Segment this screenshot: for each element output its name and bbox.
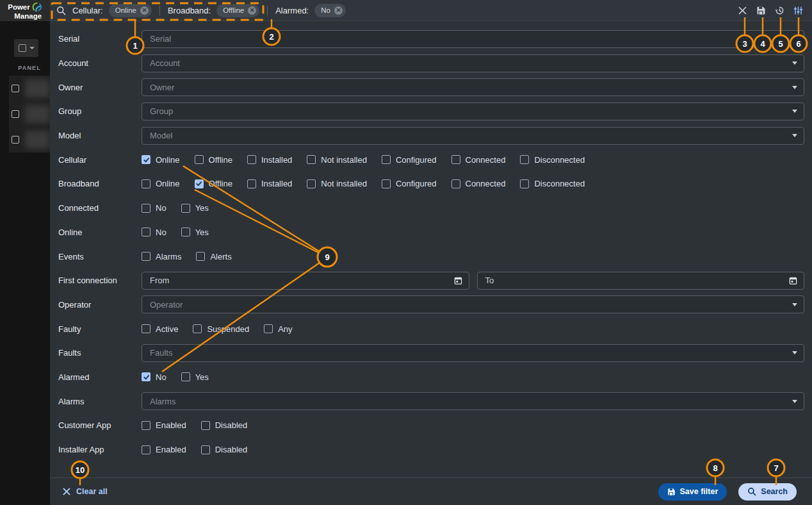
cellular-checkbox-offline[interactable]: Offline [195, 155, 232, 165]
broadband-checkbox-installed[interactable]: Installed [247, 179, 292, 188]
cellular-checkbox-online[interactable]: Online [142, 155, 180, 165]
panel-list-item[interactable] [9, 127, 50, 153]
cellular-checkbox-installed[interactable]: Installed [247, 155, 292, 165]
broadband-checkbox-configured[interactable]: Configured [382, 179, 437, 188]
faulty-checkbox-suspended[interactable]: Suspended [193, 324, 249, 334]
cellular-checkbox-configured[interactable]: Configured [382, 155, 437, 165]
checkbox-unchecked-icon[interactable] [247, 155, 256, 164]
broadband-checkbox-online[interactable]: Online [142, 179, 180, 188]
broadband-checkbox-disconnected[interactable]: Disconnected [520, 179, 585, 188]
history-icon[interactable] [775, 6, 784, 15]
tune-filter-icon[interactable] [793, 6, 803, 15]
select-all-panels-control[interactable] [14, 39, 38, 57]
checkbox-unchecked-icon[interactable] [520, 179, 529, 188]
model-select[interactable]: Model [142, 127, 804, 145]
checkbox-unchecked-icon[interactable] [142, 252, 150, 261]
alarmed-checkbox-no[interactable]: No [142, 372, 166, 382]
checkbox-unchecked-icon[interactable] [520, 155, 529, 164]
customer-app-checkbox-enabled[interactable]: Enabled [142, 420, 186, 430]
checkbox-unchecked-icon[interactable] [196, 252, 205, 261]
alarmed-checkbox-yes[interactable]: Yes [181, 372, 209, 382]
filter-row-account: AccountAccount [50, 51, 812, 76]
checkbox-unchecked-icon[interactable] [247, 179, 256, 188]
connected-checkbox-no[interactable]: No [142, 203, 166, 213]
group-select[interactable]: Group [142, 103, 804, 120]
installer-app-checkbox-enabled[interactable]: Enabled [142, 445, 186, 454]
close-icon[interactable] [738, 6, 747, 15]
panel-list-item[interactable] [9, 101, 50, 127]
checkbox-unchecked-icon[interactable] [142, 445, 150, 454]
checkbox-checked-icon[interactable] [142, 155, 150, 164]
operator-select[interactable]: Operator [142, 295, 804, 313]
checkbox-unchecked-icon[interactable] [142, 324, 150, 333]
checkbox-unchecked-icon[interactable] [451, 179, 460, 188]
checkbox-unchecked-icon[interactable] [181, 372, 190, 381]
faulty-checkbox-active[interactable]: Active [142, 324, 178, 334]
events-checkbox-alarms[interactable]: Alarms [142, 252, 181, 261]
checkbox-unchecked-icon[interactable] [307, 155, 316, 164]
checkbox-unchecked-icon[interactable] [193, 324, 202, 333]
installer-app-checkbox-disabled[interactable]: Disabled [201, 445, 248, 454]
save-filter-button[interactable]: Save filter [658, 483, 727, 501]
broadband-checkbox-offline[interactable]: Offline [195, 179, 232, 188]
select-all-checkbox[interactable] [19, 44, 26, 52]
checkbox-unchecked-icon[interactable] [142, 421, 150, 430]
broadband-checkbox-connected[interactable]: Connected [451, 179, 506, 188]
panel-row-checkbox[interactable] [12, 85, 19, 92]
checkbox-unchecked-icon[interactable] [142, 204, 150, 213]
field-label-alarms: Alarms [50, 397, 142, 406]
checkbox-unchecked-icon[interactable] [201, 445, 210, 454]
online-checkbox-no[interactable]: No [142, 228, 166, 237]
checkbox-unchecked-icon[interactable] [264, 324, 273, 333]
chip-remove-icon[interactable]: ✕ [248, 6, 256, 15]
filter-row-alarmed: AlarmedNoYes [50, 365, 812, 390]
cellular-checkbox-disconnected[interactable]: Disconnected [520, 155, 585, 165]
footer-bar: Clear all Save filter [50, 477, 812, 505]
owner-select[interactable]: Owner [142, 78, 804, 96]
checkbox-unchecked-icon[interactable] [181, 228, 190, 236]
account-select[interactable]: Account [142, 54, 804, 72]
checkbox-unchecked-icon[interactable] [142, 179, 150, 188]
checkbox-unchecked-icon[interactable] [451, 155, 460, 164]
cellular-checkbox-not-installed[interactable]: Not installed [307, 155, 367, 165]
checkbox-unchecked-icon[interactable] [382, 155, 391, 164]
checkbox-checked-icon[interactable] [195, 179, 204, 188]
chip-remove-icon[interactable]: ✕ [140, 6, 149, 15]
first-connection-from-date-input[interactable]: From [142, 272, 469, 290]
faulty-checkbox-any[interactable]: Any [264, 324, 292, 334]
broadband-checkbox-not-installed[interactable]: Not installed [307, 179, 367, 188]
customer-app-checkbox-disabled[interactable]: Disabled [201, 420, 248, 430]
panel-row-checkbox[interactable] [12, 110, 19, 118]
calendar-icon[interactable] [454, 276, 462, 285]
chevron-down-icon [792, 303, 797, 306]
clear-all-button[interactable]: Clear all [63, 487, 108, 496]
panel-row-checkbox[interactable] [12, 136, 19, 144]
first-connection-to-date-input[interactable]: To [477, 272, 805, 290]
connected-checkbox-yes[interactable]: Yes [181, 203, 209, 213]
filter-chip-no[interactable]: No✕ [314, 4, 346, 17]
panel-list-item[interactable] [9, 76, 50, 101]
faults-select[interactable]: Faults [142, 344, 804, 362]
cellular-checkbox-connected[interactable]: Connected [451, 155, 506, 165]
checkbox-unchecked-icon[interactable] [382, 179, 391, 188]
clear-all-label: Clear all [76, 487, 108, 496]
checkbox-unchecked-icon[interactable] [307, 179, 316, 188]
filter-chip-online[interactable]: Online✕ [109, 4, 152, 17]
checkbox-unchecked-icon[interactable] [201, 421, 210, 430]
online-checkbox-yes[interactable]: Yes [181, 228, 209, 237]
checkbox-label: Any [278, 324, 292, 334]
chevron-down-icon[interactable] [29, 47, 35, 49]
search-button[interactable]: Search [738, 483, 797, 501]
events-checkbox-alerts[interactable]: Alerts [196, 252, 231, 261]
checkbox-checked-icon[interactable] [142, 372, 150, 381]
filter-chip-offline[interactable]: Offline✕ [216, 4, 259, 17]
serial-input[interactable] [142, 30, 804, 48]
filter-row-first-connection: First connectionFromTo [50, 269, 812, 293]
alarms-select[interactable]: Alarms [142, 392, 804, 410]
calendar-icon[interactable] [789, 276, 797, 285]
chip-remove-icon[interactable]: ✕ [334, 6, 343, 15]
checkbox-unchecked-icon[interactable] [181, 204, 190, 213]
checkbox-unchecked-icon[interactable] [195, 155, 204, 164]
save-icon[interactable] [756, 6, 766, 15]
checkbox-unchecked-icon[interactable] [142, 228, 150, 236]
